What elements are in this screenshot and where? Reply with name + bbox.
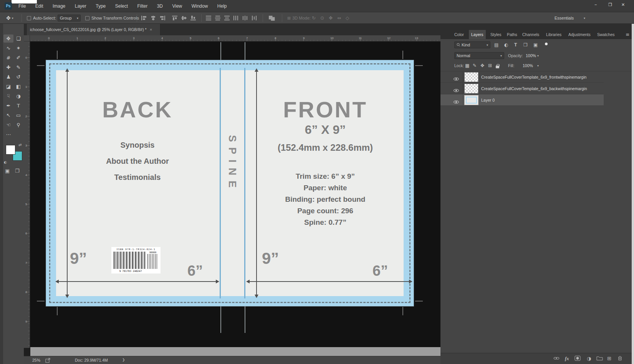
- tab-layers[interactable]: Layers: [469, 30, 486, 39]
- auto-select-target-dropdown[interactable]: Group▾: [58, 15, 81, 21]
- marquee-tool[interactable]: ❏: [13, 35, 23, 43]
- align-horizontal-centers-button[interactable]: [151, 12, 156, 24]
- menu-filter[interactable]: Filter: [134, 0, 152, 12]
- visibility-eye-icon[interactable]: [454, 100, 459, 104]
- fill-chevron-icon[interactable]: ▾: [537, 64, 539, 68]
- layer-style-fx-icon[interactable]: fx: [565, 356, 569, 362]
- visibility-eye-icon[interactable]: [454, 89, 459, 92]
- lock-transparency-icon[interactable]: ▦: [465, 63, 469, 68]
- brush-tool[interactable]: ✎: [13, 63, 23, 71]
- layer-row-layer0[interactable]: Layer 0: [440, 94, 604, 106]
- share-icon[interactable]: [45, 358, 50, 363]
- menu-select[interactable]: Select: [111, 0, 132, 12]
- filter-type-layers-icon[interactable]: T: [514, 42, 517, 48]
- panel-menu-icon[interactable]: ≡: [623, 30, 632, 39]
- screen-mode-icon[interactable]: ❐: [15, 168, 20, 174]
- blend-mode-dropdown[interactable]: Normal▾: [454, 52, 504, 59]
- link-layers-icon[interactable]: [553, 356, 560, 361]
- rectangle-tool[interactable]: ▭: [13, 111, 23, 119]
- distribute-horizontal-centers-button[interactable]: [243, 12, 248, 24]
- distribute-right-edges-button[interactable]: [252, 12, 257, 24]
- auto-select-checkbox[interactable]: [27, 16, 31, 20]
- zoom-level[interactable]: 25%: [32, 358, 40, 362]
- 3d-roll-icon[interactable]: ⊙: [320, 12, 324, 24]
- lock-all-icon[interactable]: [496, 66, 499, 68]
- distribute-bottom-edges-button[interactable]: [224, 12, 230, 24]
- quick-mask-icon[interactable]: ▣: [5, 168, 10, 174]
- menu-layer[interactable]: Layer: [71, 0, 90, 12]
- tab-channels[interactable]: Channels: [520, 30, 541, 39]
- distribute-vertical-centers-button[interactable]: [215, 12, 220, 24]
- type-tool[interactable]: T: [13, 102, 23, 110]
- menu-help[interactable]: Help: [214, 0, 231, 12]
- menu-image[interactable]: Image: [49, 0, 69, 12]
- lock-pixels-icon[interactable]: ✎: [473, 63, 477, 68]
- opacity-value[interactable]: 100%: [526, 53, 536, 58]
- clone-stamp-tool[interactable]: ♟: [3, 73, 13, 81]
- foreground-color-swatch[interactable]: [6, 145, 15, 155]
- document-tab-close-icon[interactable]: ×: [150, 27, 152, 32]
- edit-toolbar-button[interactable]: ⋯: [3, 130, 13, 138]
- hand-tool[interactable]: ☜: [3, 121, 13, 129]
- opacity-chevron-icon[interactable]: ▾: [537, 54, 539, 58]
- menu-window[interactable]: Window: [188, 0, 212, 12]
- pen-tool[interactable]: ✒: [3, 102, 13, 110]
- history-brush-tool[interactable]: ↺: [13, 73, 23, 81]
- 3d-scale-icon[interactable]: ◇: [346, 12, 349, 24]
- document-tab[interactable]: ichoose_fullcover_CS_09122016.jpg @ 25% …: [27, 24, 161, 35]
- align-vertical-centers-button[interactable]: [181, 12, 187, 24]
- close-button[interactable]: ✕: [621, 2, 625, 7]
- minimize-button[interactable]: –: [594, 2, 597, 7]
- layer-row-back-template[interactable]: CreateSpaceFullCoverTemplate_6x9_backwit…: [440, 83, 604, 94]
- default-colors-icon[interactable]: ◐: [4, 160, 7, 164]
- smudge-tool[interactable]: ☟: [3, 92, 13, 100]
- menu-view[interactable]: View: [168, 0, 186, 12]
- layer-row-front-template[interactable]: CreateSpaceFullCoverTemplate_6x9_frontwi…: [440, 71, 604, 83]
- tab-swatches[interactable]: Swatches: [595, 30, 617, 39]
- layer-thumbnail[interactable]: [464, 72, 478, 82]
- lock-artboard-icon[interactable]: ⊞: [488, 63, 492, 68]
- 3d-rotate-icon[interactable]: ↻: [312, 12, 316, 24]
- dodge-tool[interactable]: ◑: [13, 92, 23, 100]
- eraser-tool[interactable]: ◪: [3, 82, 13, 91]
- canvas-viewport[interactable]: 0 1 2 3 4 5 6 7 8 9 10 11 12 13 0 1 2 3 …: [24, 35, 440, 356]
- menu-edit[interactable]: Edit: [31, 0, 47, 12]
- tab-libraries[interactable]: Libraries: [544, 30, 564, 39]
- spot-healing-tool[interactable]: ✚: [3, 63, 13, 71]
- lasso-tool[interactable]: ∿: [3, 44, 13, 52]
- move-tool[interactable]: ✥: [3, 35, 13, 43]
- zoom-tool[interactable]: ⚲: [13, 121, 23, 129]
- adjustment-layer-icon[interactable]: ◑: [587, 356, 591, 361]
- visibility-eye-icon[interactable]: [454, 77, 459, 81]
- tab-color[interactable]: Color: [452, 30, 466, 39]
- fill-value[interactable]: 100%: [523, 63, 533, 68]
- align-top-edges-button[interactable]: [172, 12, 177, 24]
- menu-file[interactable]: File: [15, 0, 30, 12]
- show-transform-checkbox[interactable]: [85, 16, 89, 20]
- 3d-slide-icon[interactable]: ⇔: [337, 12, 341, 24]
- align-left-edges-button[interactable]: [141, 12, 147, 24]
- align-bottom-edges-button[interactable]: [190, 12, 196, 24]
- filter-shape-layers-icon[interactable]: ❒: [523, 42, 528, 48]
- filter-smart-objects-icon[interactable]: ▣: [533, 42, 538, 48]
- tab-styles[interactable]: Styles: [488, 30, 504, 39]
- auto-align-button[interactable]: [269, 12, 275, 24]
- 3d-drag-icon[interactable]: ✥: [329, 12, 333, 24]
- distribute-left-edges-button[interactable]: [233, 12, 239, 24]
- layer-thumbnail[interactable]: [464, 84, 478, 94]
- path-selection-tool[interactable]: ↖: [3, 111, 13, 119]
- tab-adjustments[interactable]: Adjustments: [566, 30, 593, 39]
- distribute-top-edges-button[interactable]: [206, 12, 211, 24]
- filter-pixel-layers-icon[interactable]: ▤: [494, 42, 498, 48]
- delete-layer-icon[interactable]: [617, 356, 622, 361]
- new-layer-icon[interactable]: ⊞: [607, 356, 611, 361]
- layer-filter-kind-dropdown[interactable]: Kind▾: [454, 41, 490, 48]
- filter-adjustment-layers-icon[interactable]: ◐: [504, 42, 508, 48]
- menu-type[interactable]: Type: [92, 0, 109, 12]
- maximize-button[interactable]: ❐: [608, 2, 612, 7]
- status-expander-icon[interactable]: ❯: [122, 358, 125, 362]
- tab-paths[interactable]: Paths: [505, 30, 520, 39]
- workspace-switcher[interactable]: Essentials▾: [552, 15, 588, 22]
- tool-preset-chevron-icon[interactable]: ▾: [12, 16, 13, 20]
- filter-toggle-icon[interactable]: [545, 43, 548, 45]
